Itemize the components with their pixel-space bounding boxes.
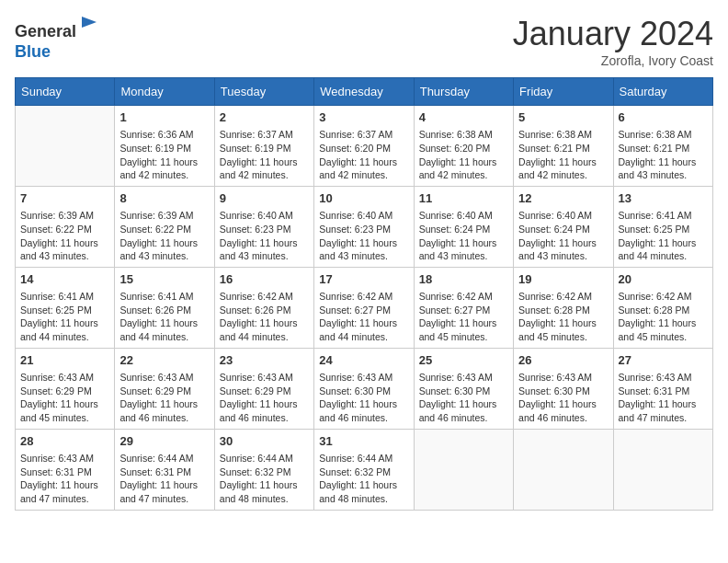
day-number: 22 (119, 352, 209, 369)
day-number: 28 (20, 433, 109, 450)
weekday-header: Thursday (414, 78, 513, 106)
day-info: Sunrise: 6:38 AM Sunset: 6:21 PM Dayligh… (518, 128, 608, 182)
calendar-cell: 20Sunrise: 6:42 AM Sunset: 6:28 PM Dayli… (613, 267, 712, 348)
day-info: Sunrise: 6:37 AM Sunset: 6:20 PM Dayligh… (319, 128, 408, 182)
calendar-cell: 3Sunrise: 6:37 AM Sunset: 6:20 PM Daylig… (314, 106, 414, 187)
day-number: 12 (518, 190, 608, 207)
day-number: 9 (220, 190, 309, 207)
day-info: Sunrise: 6:40 AM Sunset: 6:23 PM Dayligh… (220, 209, 309, 263)
location: Zorofla, Ivory Coast (513, 53, 713, 68)
calendar-cell: 5Sunrise: 6:38 AM Sunset: 6:21 PM Daylig… (514, 106, 613, 187)
day-info: Sunrise: 6:41 AM Sunset: 6:25 PM Dayligh… (619, 209, 708, 263)
calendar-cell: 6Sunrise: 6:38 AM Sunset: 6:21 PM Daylig… (613, 106, 712, 187)
day-info: Sunrise: 6:42 AM Sunset: 6:26 PM Dayligh… (220, 290, 309, 344)
calendar-cell: 17Sunrise: 6:42 AM Sunset: 6:27 PM Dayli… (314, 267, 414, 348)
day-info: Sunrise: 6:43 AM Sunset: 6:29 PM Dayligh… (20, 371, 109, 425)
day-info: Sunrise: 6:44 AM Sunset: 6:31 PM Dayligh… (119, 452, 209, 506)
calendar-cell: 18Sunrise: 6:42 AM Sunset: 6:27 PM Dayli… (414, 267, 513, 348)
calendar-week-row: 21Sunrise: 6:43 AM Sunset: 6:29 PM Dayli… (16, 348, 713, 429)
title-area: January 2024 Zorofla, Ivory Coast (513, 15, 713, 68)
day-number: 6 (619, 109, 708, 126)
logo-flag-icon (78, 15, 100, 37)
day-info: Sunrise: 6:42 AM Sunset: 6:27 PM Dayligh… (319, 290, 408, 344)
calendar-cell (16, 106, 115, 187)
day-info: Sunrise: 6:42 AM Sunset: 6:28 PM Dayligh… (619, 290, 708, 344)
calendar-cell: 21Sunrise: 6:43 AM Sunset: 6:29 PM Dayli… (16, 348, 115, 429)
weekday-header: Sunday (16, 78, 115, 106)
day-info: Sunrise: 6:43 AM Sunset: 6:30 PM Dayligh… (419, 371, 508, 425)
calendar-cell: 13Sunrise: 6:41 AM Sunset: 6:25 PM Dayli… (613, 186, 712, 267)
day-number: 16 (220, 271, 309, 288)
day-number: 29 (119, 433, 209, 450)
day-number: 19 (518, 271, 608, 288)
day-number: 20 (619, 271, 708, 288)
day-info: Sunrise: 6:39 AM Sunset: 6:22 PM Dayligh… (119, 209, 209, 263)
calendar-cell: 16Sunrise: 6:42 AM Sunset: 6:26 PM Dayli… (214, 267, 313, 348)
day-info: Sunrise: 6:42 AM Sunset: 6:28 PM Dayligh… (518, 290, 608, 344)
day-number: 7 (20, 190, 109, 207)
calendar-week-row: 28Sunrise: 6:43 AM Sunset: 6:31 PM Dayli… (16, 429, 713, 510)
calendar-cell: 2Sunrise: 6:37 AM Sunset: 6:19 PM Daylig… (214, 106, 313, 187)
day-number: 26 (518, 352, 608, 369)
calendar-cell: 26Sunrise: 6:43 AM Sunset: 6:30 PM Dayli… (514, 348, 613, 429)
day-info: Sunrise: 6:40 AM Sunset: 6:24 PM Dayligh… (419, 209, 508, 263)
weekday-header: Friday (514, 78, 613, 106)
calendar-cell (613, 429, 712, 510)
calendar-cell: 22Sunrise: 6:43 AM Sunset: 6:29 PM Dayli… (115, 348, 214, 429)
day-info: Sunrise: 6:44 AM Sunset: 6:32 PM Dayligh… (220, 452, 309, 506)
calendar-week-row: 7Sunrise: 6:39 AM Sunset: 6:22 PM Daylig… (16, 186, 713, 267)
day-info: Sunrise: 6:43 AM Sunset: 6:31 PM Dayligh… (20, 452, 109, 506)
day-info: Sunrise: 6:40 AM Sunset: 6:24 PM Dayligh… (518, 209, 608, 263)
day-info: Sunrise: 6:43 AM Sunset: 6:30 PM Dayligh… (319, 371, 408, 425)
calendar-week-row: 1Sunrise: 6:36 AM Sunset: 6:19 PM Daylig… (16, 106, 713, 187)
day-info: Sunrise: 6:38 AM Sunset: 6:21 PM Dayligh… (619, 128, 708, 182)
calendar-cell (514, 429, 613, 510)
day-number: 3 (319, 109, 408, 126)
day-info: Sunrise: 6:36 AM Sunset: 6:19 PM Dayligh… (119, 128, 209, 182)
day-info: Sunrise: 6:43 AM Sunset: 6:29 PM Dayligh… (220, 371, 309, 425)
day-number: 17 (319, 271, 408, 288)
day-info: Sunrise: 6:41 AM Sunset: 6:25 PM Dayligh… (20, 290, 109, 344)
weekday-header: Tuesday (214, 78, 313, 106)
calendar-cell: 7Sunrise: 6:39 AM Sunset: 6:22 PM Daylig… (16, 186, 115, 267)
calendar-cell: 4Sunrise: 6:38 AM Sunset: 6:20 PM Daylig… (414, 106, 513, 187)
calendar-cell: 9Sunrise: 6:40 AM Sunset: 6:23 PM Daylig… (214, 186, 313, 267)
calendar-cell: 25Sunrise: 6:43 AM Sunset: 6:30 PM Dayli… (414, 348, 513, 429)
day-info: Sunrise: 6:43 AM Sunset: 6:29 PM Dayligh… (119, 371, 209, 425)
day-info: Sunrise: 6:42 AM Sunset: 6:27 PM Dayligh… (419, 290, 508, 344)
day-number: 5 (518, 109, 608, 126)
calendar-week-row: 14Sunrise: 6:41 AM Sunset: 6:25 PM Dayli… (16, 267, 713, 348)
day-number: 4 (419, 109, 508, 126)
weekday-header: Saturday (613, 78, 712, 106)
calendar-cell: 14Sunrise: 6:41 AM Sunset: 6:25 PM Dayli… (16, 267, 115, 348)
calendar-cell: 19Sunrise: 6:42 AM Sunset: 6:28 PM Dayli… (514, 267, 613, 348)
day-info: Sunrise: 6:37 AM Sunset: 6:19 PM Dayligh… (220, 128, 309, 182)
weekday-header: Monday (115, 78, 214, 106)
day-number: 25 (419, 352, 508, 369)
day-number: 24 (319, 352, 408, 369)
calendar-cell: 10Sunrise: 6:40 AM Sunset: 6:23 PM Dayli… (314, 186, 414, 267)
day-number: 31 (319, 433, 408, 450)
logo-general-text: General (15, 22, 76, 40)
day-number: 10 (319, 190, 408, 207)
day-number: 21 (20, 352, 109, 369)
calendar-cell: 24Sunrise: 6:43 AM Sunset: 6:30 PM Dayli… (314, 348, 414, 429)
weekday-header: Wednesday (314, 78, 414, 106)
day-number: 8 (119, 190, 209, 207)
logo: General Blue (15, 15, 100, 62)
day-info: Sunrise: 6:43 AM Sunset: 6:30 PM Dayligh… (518, 371, 608, 425)
day-info: Sunrise: 6:38 AM Sunset: 6:20 PM Dayligh… (419, 128, 508, 182)
calendar-cell: 8Sunrise: 6:39 AM Sunset: 6:22 PM Daylig… (115, 186, 214, 267)
calendar-cell: 28Sunrise: 6:43 AM Sunset: 6:31 PM Dayli… (16, 429, 115, 510)
calendar-cell (414, 429, 513, 510)
calendar-cell: 23Sunrise: 6:43 AM Sunset: 6:29 PM Dayli… (214, 348, 313, 429)
day-number: 13 (619, 190, 708, 207)
day-info: Sunrise: 6:41 AM Sunset: 6:26 PM Dayligh… (119, 290, 209, 344)
day-info: Sunrise: 6:40 AM Sunset: 6:23 PM Dayligh… (319, 209, 408, 263)
day-number: 1 (119, 109, 209, 126)
calendar-cell: 12Sunrise: 6:40 AM Sunset: 6:24 PM Dayli… (514, 186, 613, 267)
svg-marker-0 (82, 17, 97, 28)
header-row: SundayMondayTuesdayWednesdayThursdayFrid… (16, 78, 713, 106)
page-header: General Blue January 2024 Zorofla, Ivory… (15, 15, 713, 68)
calendar-cell: 27Sunrise: 6:43 AM Sunset: 6:31 PM Dayli… (613, 348, 712, 429)
